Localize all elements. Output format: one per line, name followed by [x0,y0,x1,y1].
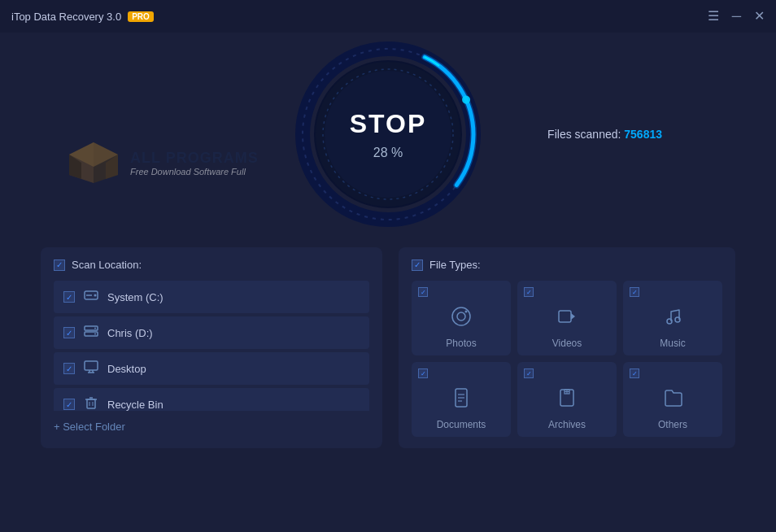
file-type-music[interactable]: Music [623,281,722,355]
file-type-photos[interactable]: Photos [412,281,511,355]
file-types-header: File Types: [412,259,722,271]
documents-label: Documents [418,419,504,430]
svg-point-32 [465,311,468,313]
archives-label: Archives [524,419,610,430]
file-type-checkbox-music[interactable] [630,287,639,297]
scan-location-label: Scan Location: [72,259,142,271]
svg-point-15 [94,294,97,297]
svg-marker-34 [571,313,575,320]
svg-rect-21 [85,361,98,370]
file-types-label: File Types: [429,259,481,271]
file-type-archives[interactable]: Archives [517,362,617,437]
scan-progress-circle: STOP 28 % [294,41,482,228]
svg-point-30 [452,307,470,325]
svg-rect-33 [559,311,571,322]
photos-icon [418,305,504,333]
files-scanned-count: 756813 [624,128,662,141]
location-item-checkbox[interactable] [63,399,75,410]
watermark-subtitle: Free Download Software Full [130,167,259,177]
documents-icon [418,386,504,414]
location-icon [83,287,99,307]
scan-location-header: Scan Location: [54,259,369,271]
select-folder-button[interactable]: + Select Folder [54,421,369,433]
title-left: iTop Data Recovery 3.0 PRO [11,11,154,23]
scan-location-panel: Scan Location: System (C:) Chris (D:) De… [41,247,382,448]
title-bar: iTop Data Recovery 3.0 PRO ☰ ─ ✕ [0,0,776,33]
location-item-checkbox[interactable] [63,327,75,338]
file-type-videos[interactable]: Videos [517,281,617,355]
file-type-checkbox-documents[interactable] [418,368,428,378]
location-name: Chris (D:) [107,327,153,339]
location-item-checkbox[interactable] [63,291,75,303]
photos-label: Photos [418,338,504,349]
watermark-text-area: ALL PROGRAMS Free Download Software Full [130,150,259,177]
file-type-checkbox-others[interactable] [630,368,639,378]
svg-rect-25 [87,399,95,408]
videos-label: Videos [524,338,610,349]
videos-icon [524,305,610,333]
file-type-checkbox-videos[interactable] [524,287,534,297]
svg-point-19 [94,328,96,329]
watermark-area: ALL PROGRAMS Free Download Software Full [65,138,259,187]
archives-icon [524,386,610,414]
others-label: Others [630,419,716,430]
location-item[interactable]: Chris (D:) [54,316,369,349]
file-types-checkbox[interactable] [412,259,423,271]
close-button[interactable]: ✕ [754,10,765,23]
window-controls: ☰ ─ ✕ [708,10,765,23]
location-name: Recycle Bin [107,399,163,411]
location-name: System (C:) [107,291,163,303]
watermark-title: ALL PROGRAMS [130,150,259,167]
bottom-panels: Scan Location: System (C:) Chris (D:) De… [33,247,743,448]
location-item[interactable]: System (C:) [54,281,369,313]
stop-button-text[interactable]: STOP [350,109,427,139]
circle-inner: STOP 28 % [350,109,427,160]
svg-point-31 [457,312,465,321]
main-content: ALL PROGRAMS Free Download Software Full [0,41,776,464]
file-type-documents[interactable]: Documents [412,362,511,437]
svg-point-20 [94,334,96,335]
scan-percent: 28 % [350,146,427,160]
watermark-logo-icon [65,138,122,187]
music-icon [630,305,716,333]
file-types-panel: File Types: Photos Videos Music Document… [399,247,735,448]
location-icon [83,323,99,342]
others-icon [630,386,716,414]
pro-badge: PRO [128,11,154,22]
file-type-checkbox-photos[interactable] [418,287,428,297]
file-type-checkbox-archives[interactable] [524,368,534,378]
scan-location-checkbox[interactable] [54,259,65,271]
menu-icon[interactable]: ☰ [708,10,719,23]
minimize-button[interactable]: ─ [732,10,741,23]
location-icon [83,395,99,411]
scan-row: ALL PROGRAMS Free Download Software Full [33,41,743,228]
location-item[interactable]: Recycle Bin [54,388,369,411]
location-list: System (C:) Chris (D:) Desktop Recycle B… [54,281,369,411]
file-types-grid: Photos Videos Music Documents Archives O… [412,281,722,437]
location-item-checkbox[interactable] [63,363,75,374]
location-icon [83,359,99,378]
music-label: Music [630,338,716,349]
app-title: iTop Data Recovery 3.0 [11,11,121,23]
location-name: Desktop [107,363,146,375]
scan-info: Files scanned: 756813 [547,128,662,141]
files-scanned-label: Files scanned: [547,128,621,141]
location-item[interactable]: Desktop [54,352,369,385]
file-type-others[interactable]: Others [623,362,722,437]
